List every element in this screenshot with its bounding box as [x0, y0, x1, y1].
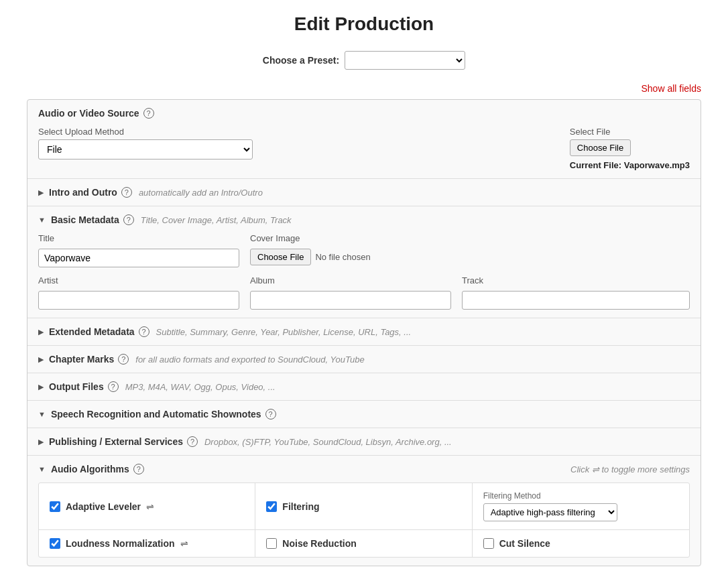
- audio-source-help[interactable]: ?: [143, 108, 154, 119]
- cut-silence-checkbox[interactable]: [483, 538, 494, 549]
- meta-row-2: Artist Album Track: [38, 275, 690, 310]
- title-label: Title: [38, 233, 239, 243]
- speech-recognition-arrow: ▼: [38, 410, 46, 418]
- loudness-normalization-cell: Loudness Normalization ⇌: [39, 530, 255, 557]
- noise-reduction-label: Noise Reduction: [282, 538, 356, 549]
- upload-method-row: Select Upload Method File Select File Ch…: [38, 127, 690, 170]
- filtering-method-select[interactable]: Adaptive high-pass filtering None Static: [483, 503, 617, 521]
- filtering-checkbox[interactable]: [266, 501, 277, 512]
- intro-outro-help[interactable]: ?: [121, 187, 132, 198]
- basic-metadata-help[interactable]: ?: [123, 214, 134, 225]
- filtering-method-label: Filtering Method: [483, 491, 617, 501]
- intro-outro-section: ▶ Intro and Outro ? automatically add an…: [27, 179, 701, 206]
- audio-algorithms-body: Adaptive Leveler ⇌ Filtering Filtering M…: [38, 482, 690, 558]
- upload-right: Select File Choose File Current File: Va…: [570, 127, 690, 170]
- audio-source-title: Audio or Video Source: [38, 108, 139, 119]
- track-input[interactable]: [462, 291, 690, 310]
- chapter-marks-title: Chapter Marks: [49, 354, 114, 365]
- algo-header-row: ▼ Audio Algorithms ? Click ⇌ to toggle m…: [38, 464, 690, 474]
- loudness-normalization-checkbox[interactable]: [50, 538, 60, 549]
- current-file-label: Current File:: [570, 160, 621, 170]
- basic-metadata-hint: Title, Cover Image, Artist, Album, Track: [141, 215, 292, 225]
- speech-recognition-header[interactable]: ▼ Speech Recognition and Automatic Shown…: [38, 409, 690, 420]
- current-file-name: Vaporwave.mp3: [624, 160, 690, 170]
- current-file-display: Current File: Vaporwave.mp3: [570, 160, 690, 170]
- speech-recognition-title: Speech Recognition and Automatic Shownot…: [51, 409, 261, 420]
- audio-source-section: Audio or Video Source ? Select Upload Me…: [27, 100, 701, 179]
- extended-metadata-title: Extended Metadata: [49, 326, 135, 337]
- filtering-cell: Filtering: [255, 483, 472, 530]
- chapter-marks-arrow: ▶: [38, 355, 44, 364]
- adaptive-leveler-label: Adaptive Leveler: [66, 501, 141, 512]
- title-field: Title: [38, 233, 239, 267]
- audio-source-body: Select Upload Method File Select File Ch…: [38, 127, 690, 170]
- intro-outro-hint: automatically add an Intro/Outro: [139, 188, 263, 198]
- audio-algorithms-title: Audio Algorithms: [51, 464, 129, 474]
- album-input[interactable]: [250, 291, 451, 310]
- page-title: Edit Production: [27, 13, 701, 35]
- choose-file-button[interactable]: Choose File: [570, 139, 631, 156]
- extended-metadata-arrow: ▶: [38, 328, 44, 336]
- upload-left: Select Upload Method File: [38, 127, 554, 159]
- intro-outro-arrow: ▶: [38, 188, 44, 197]
- cut-silence-cell: Cut Silence: [473, 530, 689, 557]
- extended-metadata-section: ▶ Extended Metadata ? Subtitle, Summary,…: [27, 318, 701, 346]
- basic-metadata-arrow: ▼: [38, 216, 46, 224]
- publishing-section: ▶ Publishing / External Services ? Dropb…: [27, 428, 701, 456]
- artist-input[interactable]: [38, 291, 239, 310]
- filtering-method-inner: Filtering Method Adaptive high-pass filt…: [483, 491, 617, 521]
- basic-metadata-body: Title Cover Image Choose File No file ch…: [38, 233, 690, 310]
- select-file-label: Select File: [570, 127, 690, 137]
- adaptive-leveler-settings-icon[interactable]: ⇌: [146, 501, 154, 512]
- filtering-method-cell: Filtering Method Adaptive high-pass filt…: [473, 483, 689, 530]
- extended-metadata-header[interactable]: ▶ Extended Metadata ? Subtitle, Summary,…: [38, 326, 690, 337]
- algo-grid: Adaptive Leveler ⇌ Filtering Filtering M…: [38, 482, 690, 558]
- track-field: Track: [462, 275, 690, 310]
- preset-row: Choose a Preset:: [27, 51, 701, 70]
- basic-metadata-header[interactable]: ▼ Basic Metadata ? Title, Cover Image, A…: [38, 214, 690, 225]
- audio-source-header[interactable]: Audio or Video Source ?: [38, 108, 690, 119]
- audio-algorithms-help[interactable]: ?: [133, 464, 144, 474]
- loudness-normalization-settings-icon[interactable]: ⇌: [180, 538, 188, 549]
- cover-label: Cover Image: [250, 233, 690, 243]
- publishing-help[interactable]: ?: [187, 436, 198, 447]
- output-files-help[interactable]: ?: [108, 381, 119, 392]
- upload-method-select[interactable]: File: [38, 139, 253, 159]
- chapter-marks-help[interactable]: ?: [118, 354, 129, 365]
- album-field: Album: [250, 275, 451, 310]
- upload-method-label: Select Upload Method: [38, 127, 554, 137]
- chapter-marks-header[interactable]: ▶ Chapter Marks ? for all audio formats …: [38, 354, 690, 365]
- publishing-arrow: ▶: [38, 438, 44, 446]
- loudness-normalization-label: Loudness Normalization: [66, 538, 175, 549]
- title-input[interactable]: [38, 249, 239, 267]
- show-all-fields-container: Show all fields: [27, 83, 701, 94]
- output-files-section: ▶ Output Files ? MP3, M4A, WAV, Ogg, Opu…: [27, 373, 701, 401]
- publishing-title: Publishing / External Services: [49, 436, 183, 447]
- preset-label: Choose a Preset:: [263, 55, 339, 66]
- extended-metadata-help[interactable]: ?: [139, 326, 149, 337]
- show-all-fields-link[interactable]: Show all fields: [642, 83, 702, 94]
- extended-metadata-hint: Subtitle, Summary, Genre, Year, Publishe…: [156, 327, 412, 337]
- output-files-header[interactable]: ▶ Output Files ? MP3, M4A, WAV, Ogg, Opu…: [38, 381, 690, 392]
- audio-algorithms-arrow: ▼: [38, 465, 46, 473]
- album-label: Album: [250, 275, 451, 285]
- output-files-arrow: ▶: [38, 383, 44, 391]
- speech-recognition-help[interactable]: ?: [265, 409, 276, 420]
- output-files-hint: MP3, M4A, WAV, Ogg, Opus, Video, ...: [125, 382, 276, 392]
- publishing-hint: Dropbox, (S)FTP, YouTube, SoundCloud, Li…: [204, 437, 452, 447]
- cover-image-row: Choose File No file chosen: [250, 249, 690, 265]
- output-files-title: Output Files: [49, 381, 104, 392]
- noise-reduction-checkbox[interactable]: [266, 538, 277, 549]
- adaptive-leveler-checkbox[interactable]: [50, 501, 60, 512]
- intro-outro-header[interactable]: ▶ Intro and Outro ? automatically add an…: [38, 187, 690, 198]
- cut-silence-label: Cut Silence: [499, 538, 550, 549]
- cover-choose-file-button[interactable]: Choose File: [250, 249, 311, 265]
- audio-algorithms-header[interactable]: ▼ Audio Algorithms ?: [38, 464, 144, 474]
- publishing-header[interactable]: ▶ Publishing / External Services ? Dropb…: [38, 436, 690, 447]
- meta-row-1: Title Cover Image Choose File No file ch…: [38, 233, 690, 267]
- sections-container: Audio or Video Source ? Select Upload Me…: [27, 99, 701, 566]
- chapter-marks-section: ▶ Chapter Marks ? for all audio formats …: [27, 346, 701, 373]
- cover-field: Cover Image Choose File No file chosen: [250, 233, 690, 265]
- no-file-text: No file chosen: [315, 252, 370, 262]
- preset-select[interactable]: [345, 51, 465, 70]
